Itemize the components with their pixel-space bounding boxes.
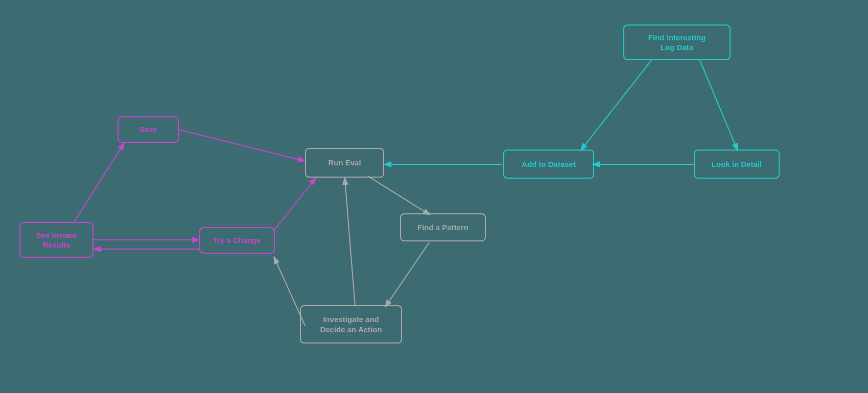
arrows-layer (0, 0, 868, 393)
svg-line-6 (386, 242, 429, 306)
run-eval-label: Run Eval (328, 158, 361, 168)
try-a-change-node: Try a Change (199, 227, 275, 254)
svg-line-7 (345, 179, 355, 306)
svg-line-0 (179, 130, 304, 161)
svg-line-12 (581, 60, 651, 150)
add-to-dataset-label: Add to Dataset (522, 159, 576, 169)
diagram-container: Save See InstantResults Try a Change Run… (0, 0, 868, 393)
svg-line-4 (74, 144, 124, 222)
look-in-detail-label: Look in Detail (712, 159, 762, 169)
see-instant-results-node: See InstantResults (19, 222, 93, 258)
look-in-detail-node: Look in Detail (694, 150, 780, 179)
find-interesting-log-label: Find InterestingLog Data (648, 33, 706, 53)
try-a-change-label: Try a Change (213, 235, 261, 245)
add-to-dataset-node: Add to Dataset (503, 150, 594, 179)
see-instant-results-label: See InstantResults (36, 230, 77, 250)
svg-line-3 (273, 179, 315, 231)
find-interesting-log-node: Find InterestingLog Data (623, 24, 731, 60)
save-node: Save (118, 116, 179, 143)
svg-line-11 (700, 60, 737, 150)
investigate-label: Investigate andDecide an Action (320, 314, 382, 334)
run-eval-node: Run Eval (305, 148, 384, 178)
find-a-pattern-label: Find a Pattern (417, 223, 468, 233)
svg-line-5 (368, 176, 429, 214)
find-a-pattern-node: Find a Pattern (400, 213, 486, 241)
save-label: Save (139, 125, 157, 135)
investigate-node: Investigate andDecide an Action (300, 305, 402, 343)
